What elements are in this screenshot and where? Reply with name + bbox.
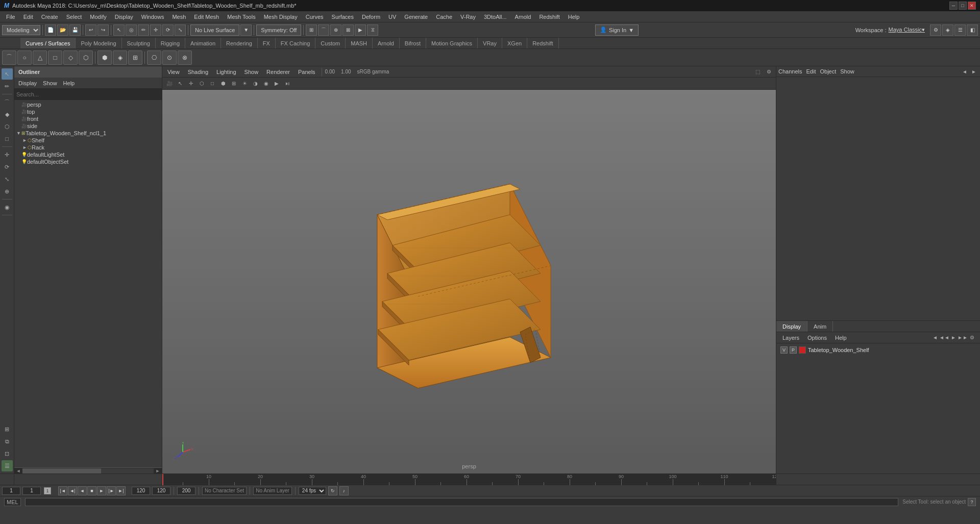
rp-icon-2[interactable]: ► bbox=[970, 67, 978, 76]
vp-icon-wire[interactable]: □ bbox=[207, 79, 217, 89]
shelf-tab-vray[interactable]: VRay bbox=[478, 38, 502, 48]
panel-settings-button[interactable]: ⚙ bbox=[764, 67, 774, 77]
viewport-shading-menu[interactable]: Shading bbox=[185, 68, 211, 76]
shelf-icon-5[interactable]: ◇ bbox=[63, 51, 78, 65]
stop-button[interactable]: ■ bbox=[87, 486, 96, 495]
step-back-button[interactable]: ◄| bbox=[68, 486, 77, 495]
viewport-lighting-menu[interactable]: Lighting bbox=[213, 68, 239, 76]
menubar-item-v-ray[interactable]: V-Ray bbox=[456, 13, 480, 21]
redo-button[interactable]: ↪ bbox=[97, 24, 109, 36]
layer-color-swatch[interactable] bbox=[799, 346, 806, 354]
go-start-button[interactable]: |◄ bbox=[58, 486, 67, 495]
rotate-button[interactable]: ⟳ bbox=[162, 24, 174, 36]
frame-current-input[interactable]: 1 bbox=[22, 487, 41, 495]
shelf-tab-mash[interactable]: MASH bbox=[346, 38, 373, 48]
outliner-help-menu[interactable]: Help bbox=[61, 79, 77, 87]
menubar-item-edit-mesh[interactable]: Edit Mesh bbox=[190, 13, 223, 21]
no-live-surface-button[interactable]: No Live Surface bbox=[190, 24, 239, 36]
render-button[interactable]: ▶ bbox=[355, 24, 366, 36]
open-file-button[interactable]: 📂 bbox=[57, 24, 68, 36]
menubar-item-select[interactable]: Select bbox=[62, 13, 86, 21]
menubar-item-curves[interactable]: Curves bbox=[302, 13, 328, 21]
menubar-item-mesh[interactable]: Mesh bbox=[168, 13, 190, 21]
menubar-item-display[interactable]: Display bbox=[111, 13, 137, 21]
shelf-tab-custom[interactable]: Custom bbox=[315, 38, 346, 48]
channels-tab[interactable]: Channels bbox=[776, 67, 804, 76]
snap-curve-button[interactable]: ⌒ bbox=[318, 24, 329, 36]
play-back-button[interactable]: ◄ bbox=[78, 486, 87, 495]
timeline-ruler-area[interactable]: 0102030405060708090100110120 bbox=[162, 474, 776, 485]
go-end-button[interactable]: ►| bbox=[116, 486, 126, 495]
object-tab[interactable]: Object bbox=[818, 67, 838, 76]
tree-item-top[interactable]: 🎥 top bbox=[14, 108, 162, 115]
layer-v-toggle[interactable]: V bbox=[780, 346, 788, 354]
render-settings-button[interactable]: ⚙ bbox=[930, 24, 941, 36]
layer-p-toggle[interactable]: P bbox=[790, 346, 797, 354]
maximize-button[interactable]: □ bbox=[959, 2, 967, 10]
mode-select[interactable]: Modeling bbox=[2, 25, 40, 35]
minimize-button[interactable]: ─ bbox=[949, 2, 958, 10]
help-line-button[interactable]: ? bbox=[968, 498, 976, 506]
ipr-button[interactable]: ⧖ bbox=[367, 24, 378, 36]
hypershade-button[interactable]: ◈ bbox=[942, 24, 953, 36]
vp-icon-move[interactable]: ✛ bbox=[186, 79, 196, 89]
shelf-tab-arnold[interactable]: Arnold bbox=[373, 38, 400, 48]
display-settings-button[interactable]: ⊞ bbox=[2, 423, 13, 435]
undo-button[interactable]: ↩ bbox=[85, 24, 96, 36]
viewport-view-menu[interactable]: View bbox=[164, 68, 183, 76]
tree-item-defaultlightset[interactable]: 💡 defaultLightSet bbox=[14, 151, 162, 158]
display-icon-3[interactable]: ► bbox=[949, 334, 958, 342]
vp-icon-lights[interactable]: ☀ bbox=[239, 79, 250, 89]
scale-tool-button[interactable]: ⤡ bbox=[2, 173, 13, 185]
outliner-search-bar[interactable] bbox=[14, 89, 162, 100]
shelf-icon-2[interactable]: ○ bbox=[17, 51, 32, 65]
shelf-icon-11[interactable]: ⊙ bbox=[162, 51, 177, 65]
shelf-tab-curves--surfaces[interactable]: Curves / Surfaces bbox=[20, 38, 76, 48]
viewport-panels-menu[interactable]: Panels bbox=[295, 68, 318, 76]
menubar-item-mesh-display[interactable]: Mesh Display bbox=[260, 13, 302, 21]
edge-tool-button[interactable]: ⬡ bbox=[2, 121, 13, 132]
node-editor-button[interactable]: ◧ bbox=[967, 24, 978, 36]
shelf-icon-4[interactable]: □ bbox=[48, 51, 62, 65]
fps-select[interactable]: 24 fps 30 fps 60 fps bbox=[299, 487, 326, 495]
vp-icon-shaded[interactable]: ⬡ bbox=[197, 79, 207, 89]
audio-button[interactable]: ♪ bbox=[339, 486, 349, 495]
vp-icon-ipr[interactable]: ⏯ bbox=[282, 79, 292, 89]
shelf-icon-6[interactable]: ⬡ bbox=[79, 51, 93, 65]
snap-grid-button[interactable]: ⊞ bbox=[306, 24, 317, 36]
viewport-canvas[interactable]: persp X Y Z bbox=[162, 90, 776, 473]
menubar-item-file[interactable]: File bbox=[2, 13, 19, 21]
scroll-left-button[interactable]: ◄ bbox=[14, 468, 22, 473]
step-forward-button[interactable]: |► bbox=[107, 486, 116, 495]
new-file-button[interactable]: 📄 bbox=[45, 24, 56, 36]
menubar-item-3dtoall...[interactable]: 3DtoAll... bbox=[480, 13, 511, 21]
vp-icon-render[interactable]: ▶ bbox=[272, 79, 282, 89]
quick-layout-button[interactable]: ⊡ bbox=[2, 448, 13, 459]
shelf-tab-animation[interactable]: Animation bbox=[185, 38, 221, 48]
menubar-item-deform[interactable]: Deform bbox=[358, 13, 384, 21]
tree-item-defaultobjectset[interactable]: 💡 defaultObjectSet bbox=[14, 158, 162, 165]
vp-icon-smooth[interactable]: ⬢ bbox=[218, 79, 228, 89]
display-icon-1[interactable]: ◄ bbox=[931, 334, 939, 342]
rp-icon-1[interactable]: ◄ bbox=[961, 67, 969, 76]
vp-icon-camera[interactable]: 🎥 bbox=[164, 79, 175, 89]
shelf-icon-12[interactable]: ⊗ bbox=[178, 51, 192, 65]
shelf-tab-fx-caching[interactable]: FX Caching bbox=[276, 38, 315, 48]
anim-tab[interactable]: Anim bbox=[807, 321, 833, 332]
menubar-item-redshift[interactable]: Redshift bbox=[535, 13, 564, 21]
tree-item-front[interactable]: 🎥 front bbox=[14, 115, 162, 122]
display-tab[interactable]: Display bbox=[776, 321, 807, 332]
face-tool-button[interactable]: □ bbox=[2, 133, 13, 144]
rotate-tool-button[interactable]: ⟳ bbox=[2, 161, 13, 172]
outliner-button[interactable]: ☰ bbox=[954, 24, 966, 36]
menubar-item-modify[interactable]: Modify bbox=[86, 13, 110, 21]
menubar-item-help[interactable]: Help bbox=[564, 13, 584, 21]
move-tool-button[interactable]: ✛ bbox=[2, 149, 13, 160]
scale-button[interactable]: ⤡ bbox=[175, 24, 186, 36]
menubar-item-mesh-tools[interactable]: Mesh Tools bbox=[223, 13, 259, 21]
select-button[interactable]: ↖ bbox=[113, 24, 125, 36]
vp-icon-ao[interactable]: ◉ bbox=[261, 79, 271, 89]
options-menu[interactable]: Options bbox=[805, 334, 829, 342]
move-button[interactable]: ✛ bbox=[150, 24, 161, 36]
menubar-item-cache[interactable]: Cache bbox=[432, 13, 456, 21]
